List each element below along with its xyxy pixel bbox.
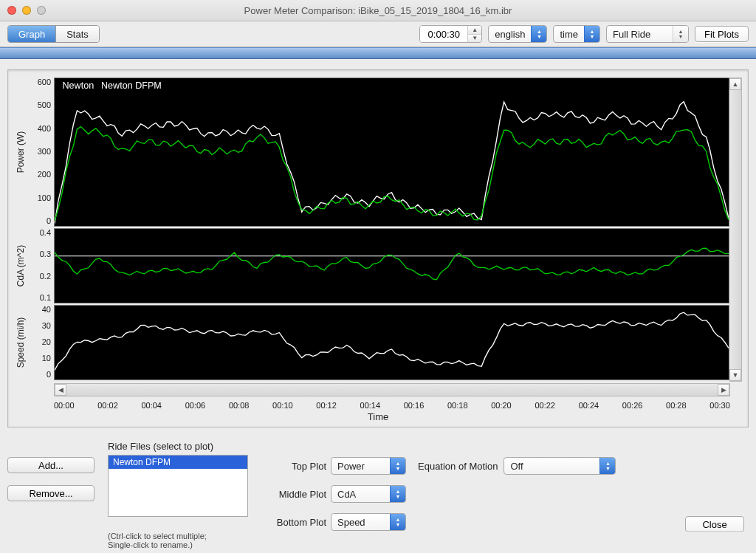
middle-plot-value: CdA <box>331 486 390 502</box>
bottom-plot-select[interactable]: Speed ▲▼ <box>331 513 406 531</box>
stepper-down-icon[interactable]: ▼ <box>468 34 481 43</box>
plot-canvas[interactable] <box>54 305 729 380</box>
language-select[interactable]: english ▲▼ <box>488 25 547 43</box>
range-select[interactable]: Full Ride ▲▼ <box>606 25 689 43</box>
chevron-updown-icon: ▲▼ <box>390 514 405 530</box>
close-button[interactable]: Close <box>685 516 744 532</box>
y-axis-ticks: 403020100 <box>27 305 54 379</box>
remove-button[interactable]: Remove... <box>7 485 94 501</box>
x-tick: 00:26 <box>622 401 643 410</box>
range-select-label: Full Ride <box>607 26 673 42</box>
x-tick: 00:16 <box>404 401 425 410</box>
window-title: Power Meter Comparison: iBike_05_15_2019… <box>0 5 756 16</box>
bottom-panel: Add... Remove... Ride Files (select to p… <box>0 435 756 553</box>
chevron-updown-icon: ▲▼ <box>531 26 546 42</box>
plot-0: Power (W)6005004003002001000NewtonNewton… <box>14 78 729 227</box>
x-tick: 00:14 <box>360 401 381 410</box>
plot-1: CdA (m^2)0.40.30.20.1 <box>14 228 729 303</box>
x-tick: 00:18 <box>447 401 468 410</box>
ride-files-listbox[interactable]: Newton DFPM <box>108 455 248 517</box>
toolbar: Graph Stats ▲ ▼ english ▲▼ time ▲▼ Full … <box>0 21 756 47</box>
x-tick: 00:04 <box>141 401 162 410</box>
y-axis-label: CdA (m^2) <box>14 228 27 303</box>
x-tick: 00:00 <box>54 401 75 410</box>
y-axis-ticks: 0.40.30.20.1 <box>27 228 54 302</box>
chart-frame: Power (W)6005004003002001000NewtonNewton… <box>7 69 749 427</box>
bottom-plot-label: Bottom Plot <box>264 517 331 528</box>
top-plot-label: Top Plot <box>264 461 331 472</box>
x-tick: 00:20 <box>491 401 512 410</box>
ride-files-hint: (Ctrl-click to select multiple; Single-c… <box>108 532 251 549</box>
vertical-scrollbar[interactable]: ▲ ▼ <box>729 78 742 382</box>
legend-entry: Newton <box>62 80 94 91</box>
middle-plot-select[interactable]: CdA ▲▼ <box>331 485 406 503</box>
x-tick: 00:30 <box>709 401 730 410</box>
chevron-updown-icon: ▲▼ <box>390 458 405 474</box>
window-titlebar: Power Meter Comparison: iBike_05_15_2019… <box>0 0 756 21</box>
tab-graph[interactable]: Graph <box>8 26 55 42</box>
bottom-plot-value: Speed <box>331 514 390 530</box>
tab-segment: Graph Stats <box>7 25 100 43</box>
x-axis-ticks: 00:0000:0200:0400:0600:0800:1000:1200:14… <box>54 401 730 410</box>
scroll-down-icon[interactable]: ▼ <box>729 369 741 381</box>
plot-canvas[interactable]: NewtonNewton DFPM <box>54 78 729 227</box>
x-tick: 00:06 <box>185 401 206 410</box>
equation-of-motion-value: Off <box>504 458 599 474</box>
x-tick: 00:28 <box>666 401 687 410</box>
chevron-updown-icon: ▲▼ <box>390 486 405 502</box>
language-select-label: english <box>489 26 531 42</box>
x-tick: 00:02 <box>97 401 118 410</box>
x-axis-label: Time <box>14 411 742 422</box>
zoom-window-icon[interactable] <box>37 6 46 15</box>
xaxis-mode-select[interactable]: time ▲▼ <box>553 25 600 43</box>
smoothing-input[interactable] <box>420 26 467 42</box>
top-plot-value: Power <box>331 458 390 474</box>
top-plot-select[interactable]: Power ▲▼ <box>331 457 406 475</box>
plot-2: Speed (mi/h)403020100 <box>14 305 729 380</box>
y-axis-label: Speed (mi/h) <box>14 305 27 380</box>
smoothing-stepper[interactable]: ▲ ▼ <box>419 25 482 43</box>
minimize-window-icon[interactable] <box>22 6 31 15</box>
chevron-updown-icon: ▲▼ <box>673 26 688 42</box>
stepper-up-icon[interactable]: ▲ <box>468 26 481 34</box>
ride-files-header: Ride Files (select to plot) <box>108 441 251 452</box>
traffic-lights <box>7 6 46 15</box>
scroll-left-icon[interactable]: ◀ <box>55 384 66 396</box>
middle-plot-label: Middle Plot <box>264 489 331 500</box>
list-item[interactable]: Newton DFPM <box>109 456 247 469</box>
xaxis-mode-label: time <box>554 26 584 42</box>
add-button[interactable]: Add... <box>7 457 94 473</box>
x-tick: 00:22 <box>535 401 555 410</box>
chevron-updown-icon: ▲▼ <box>599 458 615 474</box>
equation-of-motion-label: Equation of Motion <box>418 461 498 472</box>
x-tick: 00:12 <box>316 401 337 410</box>
scroll-right-icon[interactable]: ▶ <box>718 384 729 396</box>
tab-stats[interactable]: Stats <box>55 26 99 42</box>
fit-plots-button[interactable]: Fit Plots <box>695 26 749 42</box>
equation-of-motion-select[interactable]: Off ▲▼ <box>504 457 616 475</box>
close-window-icon[interactable] <box>7 6 16 15</box>
x-tick: 00:24 <box>579 401 599 410</box>
plot-canvas[interactable] <box>54 228 729 303</box>
y-axis-label: Power (W) <box>14 78 27 227</box>
x-tick: 00:08 <box>229 401 250 410</box>
horizontal-scrollbar[interactable]: ◀ ▶ <box>54 383 730 396</box>
y-axis-ticks: 6005004003002001000 <box>27 78 54 225</box>
x-tick: 00:10 <box>272 401 293 410</box>
scroll-up-icon[interactable]: ▲ <box>729 78 741 90</box>
chevron-updown-icon: ▲▼ <box>584 26 599 42</box>
toolbar-accent-bar <box>0 47 756 59</box>
legend-entry: Newton DFPM <box>101 80 162 91</box>
